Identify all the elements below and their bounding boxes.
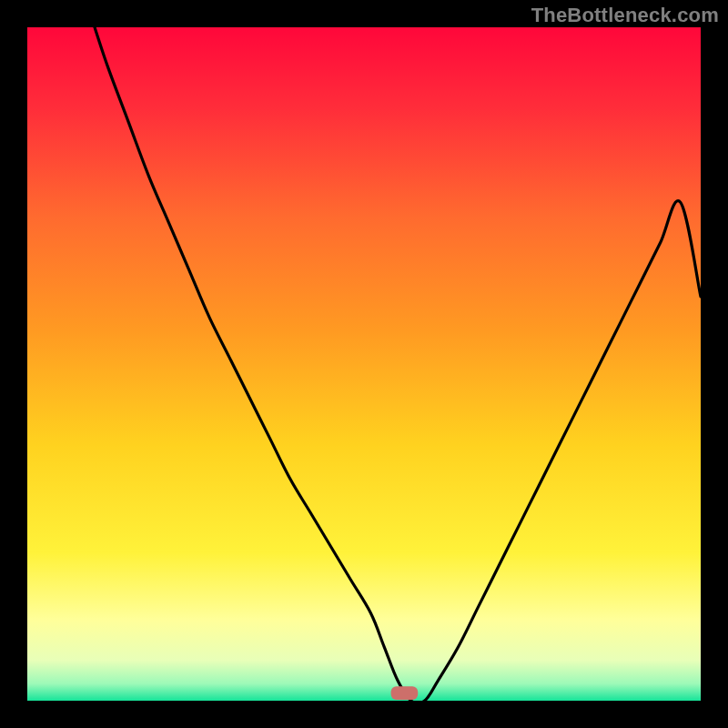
bottleneck-chart <box>27 27 701 701</box>
chart-frame: TheBottleneck.com <box>0 0 728 728</box>
attribution-label: TheBottleneck.com <box>531 4 719 27</box>
optimal-marker <box>391 686 419 700</box>
plot-area <box>27 27 701 701</box>
